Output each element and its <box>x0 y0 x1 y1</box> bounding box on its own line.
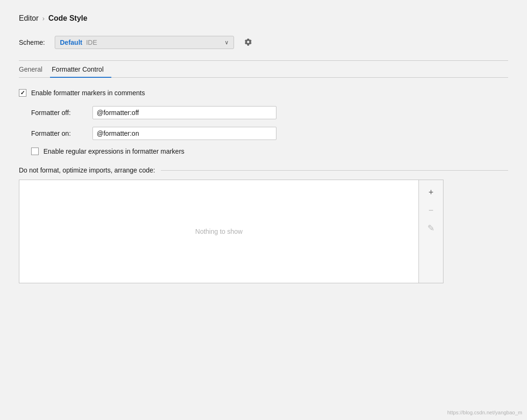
do-not-format-row: Do not format, optimize imports, arrange… <box>19 166 508 174</box>
scheme-label: Scheme: <box>19 39 47 46</box>
scheme-dropdown[interactable]: Default IDE ∨ <box>55 36 234 49</box>
formatter-on-label: Formatter on: <box>31 130 92 137</box>
enable-markers-row: Enable formatter markers in comments <box>19 89 508 97</box>
formatter-on-field: Formatter on: <box>31 127 508 140</box>
add-button[interactable]: + <box>423 184 440 201</box>
enable-markers-checkbox[interactable] <box>19 89 26 97</box>
breadcrumb: Editor › Code Style <box>19 14 508 23</box>
breadcrumb-current: Code Style <box>48 14 87 23</box>
breadcrumb-editor: Editor <box>19 14 39 23</box>
scheme-gear-button[interactable] <box>242 36 255 49</box>
enable-regex-row: Enable regular expressions in formatter … <box>31 148 508 155</box>
breadcrumb-separator: › <box>42 15 45 22</box>
edit-button[interactable]: ✎ <box>423 220 440 237</box>
do-not-format-divider <box>161 170 508 171</box>
scheme-ide-text: IDE <box>86 39 97 46</box>
scheme-row: Scheme: Default IDE ∨ <box>19 36 508 49</box>
formatter-off-label: Formatter off: <box>31 109 92 116</box>
tab-general[interactable]: General <box>19 61 50 78</box>
enable-regex-label: Enable regular expressions in formatter … <box>43 148 184 155</box>
content-area: Enable formatter markers in comments For… <box>19 87 508 285</box>
remove-button[interactable]: − <box>423 202 440 219</box>
formatter-off-field: Formatter off: <box>31 106 508 119</box>
do-not-format-list: Nothing to show <box>19 180 419 283</box>
list-actions: + − ✎ <box>419 180 443 283</box>
list-empty-text: Nothing to show <box>195 228 243 235</box>
watermark: https://blog.csdn.net/yangbao_m <box>447 410 522 415</box>
do-not-format-list-container: Nothing to show + − ✎ <box>19 180 443 283</box>
chevron-down-icon: ∨ <box>225 39 229 46</box>
enable-markers-label: Enable formatter markers in comments <box>31 89 145 97</box>
tab-formatter-control[interactable]: Formatter Control <box>50 61 111 78</box>
scheme-default-text: Default <box>60 39 82 46</box>
formatter-on-input[interactable] <box>92 127 276 140</box>
do-not-format-label: Do not format, optimize imports, arrange… <box>19 166 155 174</box>
formatter-off-input[interactable] <box>92 106 276 119</box>
enable-regex-checkbox[interactable] <box>31 148 39 155</box>
scheme-select-text: Default IDE <box>60 39 97 46</box>
tabs-row: General Formatter Control <box>19 61 508 78</box>
